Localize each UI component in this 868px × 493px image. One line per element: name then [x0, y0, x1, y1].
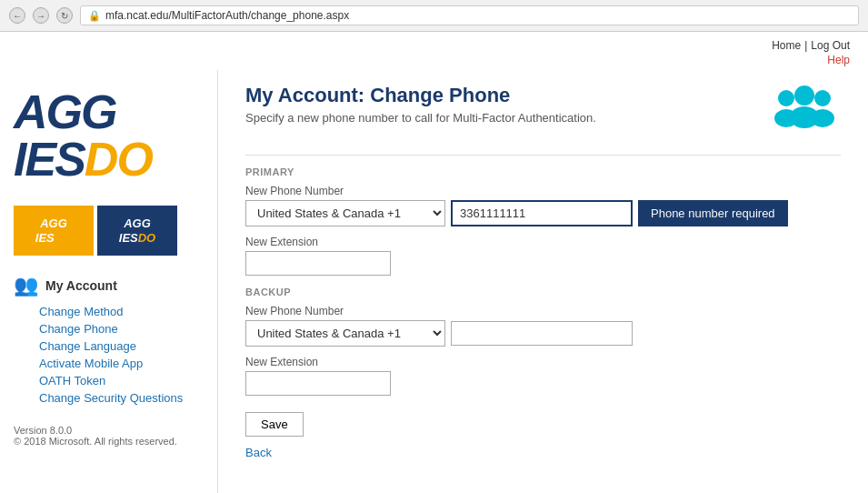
activate-mobile-link[interactable]: Activate Mobile App — [39, 357, 143, 370]
logo-agg-1: AGG — [14, 88, 115, 136]
help-link[interactable]: Help — [827, 54, 850, 66]
backup-phone-group: New Phone Number United States & Canada … — [245, 305, 841, 347]
content-divider — [245, 155, 841, 156]
logo-area: AGG IESDO — [0, 79, 217, 196]
lock-icon: 🔒 — [88, 10, 101, 22]
content-header: My Account: Change Phone Specify a new p… — [245, 84, 841, 144]
banner-gold: AGGIESDO — [14, 206, 94, 256]
banner-navy-text: AGGIESDO — [119, 216, 155, 245]
sidebar-item-change-security[interactable]: Change Security Questions — [14, 389, 204, 407]
account-icon: 👥 — [14, 274, 38, 297]
backup-section-label: BACKUP — [245, 287, 841, 297]
change-phone-link[interactable]: Change Phone — [39, 322, 118, 336]
help-link-container: Help — [0, 54, 868, 66]
copyright-text: © 2018 Microsoft. All rights reserved. — [14, 436, 204, 447]
back-button[interactable]: ← — [9, 7, 25, 24]
svg-point-0 — [778, 90, 794, 106]
sidebar-item-change-phone[interactable]: Change Phone — [14, 320, 204, 337]
url-text: mfa.ncat.edu/MultiFactorAuth/change_phon… — [105, 9, 349, 22]
main-container: AGG IESDO AGGIESDO AGGIESDO 👥 — [0, 70, 868, 493]
svg-point-4 — [814, 90, 831, 106]
change-method-link[interactable]: Change Method — [39, 305, 124, 318]
svg-point-5 — [811, 109, 834, 127]
backup-extension-input[interactable] — [245, 371, 391, 396]
backup-extension-label: New Extension — [245, 356, 841, 368]
phone-required-button[interactable]: Phone number required — [638, 200, 788, 226]
browser-bar: ← → ↻ 🔒 mfa.ncat.edu/MultiFactorAuth/cha… — [0, 0, 868, 32]
primary-extension-label: New Extension — [245, 236, 841, 248]
sidebar-item-oath-token[interactable]: OATH Token — [14, 372, 204, 389]
address-bar[interactable]: 🔒 mfa.ncat.edu/MultiFactorAuth/change_ph… — [80, 5, 859, 25]
sidebar-item-activate-mobile[interactable]: Activate Mobile App — [14, 355, 204, 372]
backup-extension-group: New Extension — [245, 356, 841, 396]
page-title: My Account: Change Phone — [245, 84, 596, 107]
sidebar: AGG IESDO AGGIESDO AGGIESDO 👥 — [0, 70, 218, 493]
backup-phone-label: New Phone Number — [245, 305, 841, 317]
primary-section-label: PRIMARY — [245, 166, 841, 177]
save-button[interactable]: Save — [245, 412, 304, 437]
backup-phone-input[interactable] — [451, 321, 633, 346]
logout-link[interactable]: Log Out — [811, 39, 850, 52]
sidebar-nav: Change Method Change Phone Change Langua… — [14, 303, 204, 407]
backup-phone-row: United States & Canada +1 United Kingdom… — [245, 320, 841, 347]
primary-phone-row: United States & Canada +1 United Kingdom… — [245, 200, 841, 226]
sidebar-item-change-method[interactable]: Change Method — [14, 303, 204, 320]
svg-point-2 — [794, 86, 814, 106]
oath-token-link[interactable]: OATH Token — [39, 374, 105, 387]
version-info: Version 8.0.0 © 2018 Microsoft. All righ… — [0, 411, 217, 451]
logo-banners: AGGIESDO AGGIESDO — [0, 196, 217, 265]
nav-separator: | — [804, 39, 807, 52]
users-icon — [768, 84, 841, 144]
logo-ies: IES — [14, 136, 85, 183]
primary-phone-input[interactable] — [451, 200, 633, 226]
banner-navy: AGGIESDO — [97, 206, 177, 256]
logo: AGG IESDO — [14, 88, 204, 183]
sidebar-item-change-language[interactable]: Change Language — [14, 337, 204, 355]
back-link[interactable]: Back — [245, 446, 841, 459]
primary-phone-group: New Phone Number United States & Canada … — [245, 185, 841, 226]
primary-extension-input[interactable] — [245, 251, 391, 276]
primary-extension-group: New Extension — [245, 236, 841, 276]
change-language-link[interactable]: Change Language — [39, 339, 136, 353]
forward-button[interactable]: → — [33, 7, 49, 24]
logo-do: DO — [85, 136, 152, 183]
content-area: My Account: Change Phone Specify a new p… — [218, 70, 868, 493]
primary-country-select[interactable]: United States & Canada +1 United Kingdom… — [245, 200, 445, 226]
change-security-link[interactable]: Change Security Questions — [39, 391, 183, 405]
refresh-button[interactable]: ↻ — [56, 7, 73, 24]
my-account-section: 👥 My Account Change Method Change Phone … — [0, 265, 217, 411]
primary-phone-label: New Phone Number — [245, 185, 841, 197]
header-text: My Account: Change Phone Specify a new p… — [245, 84, 596, 125]
home-link[interactable]: Home — [772, 39, 801, 52]
page-subtitle: Specify a new phone number to call for M… — [245, 111, 596, 125]
my-account-header: 👥 My Account — [14, 274, 204, 297]
banner-gold-text: AGGIESDO — [35, 216, 72, 245]
version-text: Version 8.0.0 — [14, 425, 204, 436]
my-account-title: My Account — [45, 278, 117, 293]
backup-country-select[interactable]: United States & Canada +1 United Kingdom… — [245, 320, 445, 347]
top-nav: Home | Log Out — [0, 32, 868, 54]
